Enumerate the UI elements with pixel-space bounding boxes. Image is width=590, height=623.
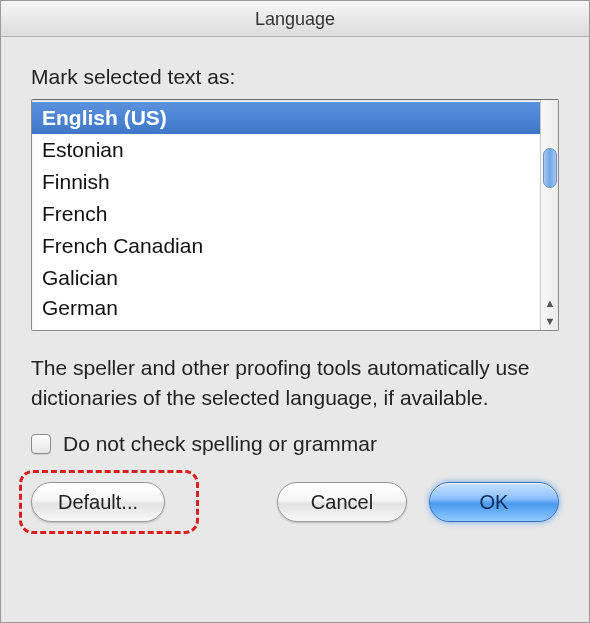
listbox-scrollbar[interactable]: ▲ ▼ [540,100,558,330]
list-item-french-canadian[interactable]: French Canadian [32,230,540,262]
list-item-english-us[interactable]: English (US) [32,102,540,134]
scroll-down-icon[interactable]: ▼ [541,312,559,330]
ok-button[interactable]: OK [429,482,559,522]
dialog-content: Mark selected text as: English (US) Esto… [1,37,589,544]
cancel-button[interactable]: Cancel [277,482,407,522]
window-title: Language [255,9,335,29]
description-text: The speller and other proofing tools aut… [31,353,559,414]
checkbox-row[interactable]: Do not check spelling or grammar [31,432,559,456]
list-item-finnish[interactable]: Finnish [32,166,540,198]
list-item-german[interactable]: German [32,294,540,322]
scrollbar-thumb[interactable] [543,148,557,188]
scroll-up-icon[interactable]: ▲ [541,294,559,312]
default-button[interactable]: Default... [31,482,165,522]
language-list-items: English (US) Estonian Finnish French Fre… [32,100,540,330]
language-listbox[interactable]: English (US) Estonian Finnish French Fre… [31,99,559,331]
button-row: Default... Cancel OK [31,482,559,522]
list-label: Mark selected text as: [31,65,559,89]
window-titlebar: Language [1,1,589,37]
list-item-french[interactable]: French [32,198,540,230]
checkbox-label: Do not check spelling or grammar [63,432,377,456]
list-item-estonian[interactable]: Estonian [32,134,540,166]
list-item-galician[interactable]: Galician [32,262,540,294]
no-spellcheck-checkbox[interactable] [31,434,51,454]
